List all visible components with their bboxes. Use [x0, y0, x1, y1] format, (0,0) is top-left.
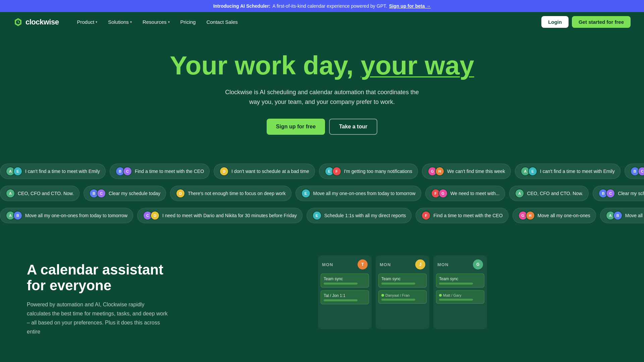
avatar: T	[358, 259, 368, 269]
sign-up-button[interactable]: Sign up for free	[267, 119, 325, 135]
ticker-item: ABMove all my one-on-ones from today to …	[0, 208, 133, 223]
nav-product[interactable]: Product ▾	[72, 16, 102, 27]
ticker-item: EFI'm getting too many notifications	[319, 164, 418, 179]
calendar-column: MONGTeam syncMatt / Gary	[433, 255, 487, 329]
avatar: G	[473, 259, 483, 269]
ticker-item: ACEO, CFO and CTO. Now.	[509, 186, 589, 201]
hero-title: Your work day, your way	[7, 52, 637, 79]
logo-area[interactable]: clockwise	[13, 17, 59, 27]
ticker-item: DThere's not enough time to focus on dee…	[170, 186, 291, 201]
calendar-event: Team sync	[321, 274, 369, 288]
get-started-button[interactable]: Get started for free	[572, 16, 631, 28]
nav-actions: Login Get started for free	[541, 16, 631, 28]
login-button[interactable]: Login	[541, 16, 569, 28]
hero-section: Your work day, your way Clockwise is AI …	[0, 32, 644, 148]
logo-text: clockwise	[25, 18, 59, 26]
ticker-item: EMove all my one-on-ones from today to t…	[296, 186, 421, 201]
announcement-prefix: Introducing AI Scheduler:	[213, 3, 271, 9]
calendar-text: A calendar assistantfor everyone Powered…	[27, 255, 168, 336]
calendar-event: Team sync	[378, 274, 427, 288]
nav-links: Product ▾ Solutions ▾ Resources ▾ Pricin…	[72, 16, 541, 27]
ticker-item: BCFind a time to meet with the CEO	[625, 164, 644, 179]
nav-contact-sales[interactable]: Contact Sales	[202, 16, 242, 27]
ticker-item: ACEO, CFO and CTO. Now.	[0, 186, 79, 201]
hero-subtitle: Clockwise is AI scheduling and calendar …	[221, 87, 423, 107]
ticker-item: ABMove all my one-on-ones from today to …	[600, 208, 644, 223]
ticker-item: AEI can't find a time to meet with Emily	[0, 164, 106, 179]
ticker-item: GHMove all my one-on-ones	[513, 208, 596, 223]
ticker-row-3: ABMove all my one-on-ones from today to …	[0, 206, 644, 225]
calendar-desc: Powered by automation and AI, Clockwise …	[27, 300, 168, 337]
nav-resources[interactable]: Resources ▾	[138, 16, 174, 27]
calendar-event: Team sync	[436, 274, 484, 288]
calendar-visual: MONTTeam syncTal / Jon 1:1MONJTeam syncD…	[188, 255, 617, 329]
calendar-event: Danyaal / Fran	[378, 290, 427, 304]
ticker-row-2: ACEO, CFO and CTO. Now.BCClear my schedu…	[0, 184, 644, 203]
ticker-item: DI don't want to schedule at a bad time	[214, 164, 315, 179]
nav-pricing[interactable]: Pricing	[176, 16, 201, 27]
ticker-item: CDI need to meet with Dario and Nikita f…	[137, 208, 303, 223]
nav-solutions[interactable]: Solutions ▾	[103, 16, 137, 27]
avatar: J	[415, 259, 425, 269]
calendar-column: MONTTeam syncTal / Jon 1:1	[318, 255, 372, 329]
ticker-item: GHWe can't find time this week	[422, 164, 511, 179]
announcement-cta[interactable]: Sign up for beta →	[389, 3, 431, 9]
calendar-event: Tal / Jon 1:1	[321, 290, 369, 304]
calendar-section: A calendar assistantfor everyone Powered…	[0, 235, 644, 356]
ticker-item: FGWe need to meet with...	[425, 186, 505, 201]
calendar-column: MONJTeam syncDanyaal / Fran	[376, 255, 429, 329]
ticker-item: BCClear my schedule today	[593, 186, 644, 201]
navbar: clockwise Product ▾ Solutions ▾ Resource…	[0, 12, 644, 32]
ticker-item: ESchedule 1:1s with all my direct report…	[307, 208, 412, 223]
ticker-section: AEI can't find a time to meet with Emily…	[0, 162, 644, 225]
announcement-description: A first-of-its-kind calendar experience …	[272, 3, 387, 9]
announcement-bar: Introducing AI Scheduler: A first-of-its…	[0, 0, 644, 12]
ticker-item: AEI can't find a time to meet with Emily	[515, 164, 621, 179]
product-chevron-icon: ▾	[96, 20, 97, 24]
calendar-event: Matt / Gary	[436, 290, 484, 304]
resources-chevron-icon: ▾	[168, 20, 170, 24]
hero-buttons: Sign up for free Take a tour	[7, 119, 637, 135]
ticker-item: BCFind a time to meet with the CEO	[110, 164, 210, 179]
calendar-title: A calendar assistantfor everyone	[27, 262, 168, 293]
clockwise-logo-icon	[13, 17, 23, 27]
solutions-chevron-icon: ▾	[130, 20, 132, 24]
ticker-row-1: AEI can't find a time to meet with Emily…	[0, 162, 644, 181]
ticker-item: BCClear my schedule today	[84, 186, 166, 201]
ticker-item: FFind a time to meet with the CEO	[416, 208, 508, 223]
take-tour-button[interactable]: Take a tour	[329, 119, 377, 135]
